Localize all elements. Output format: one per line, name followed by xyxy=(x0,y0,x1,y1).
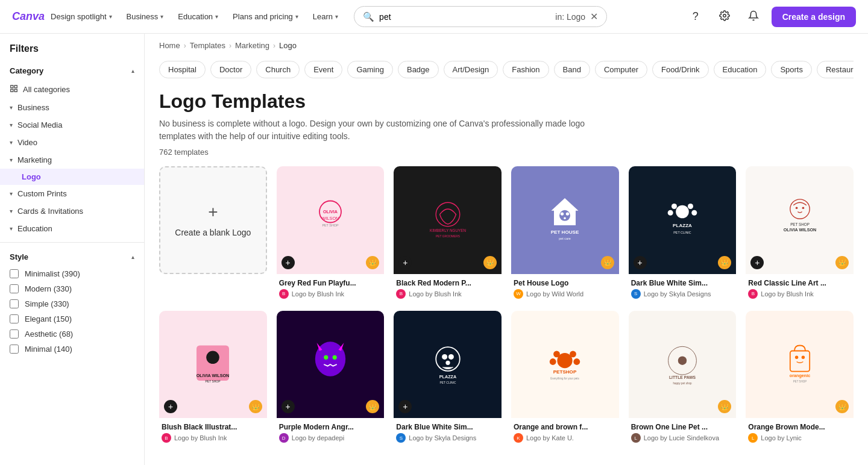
crown-badge: 👑 xyxy=(366,256,379,269)
clear-search-icon[interactable]: ✕ xyxy=(590,11,598,22)
svg-point-13 xyxy=(561,213,564,216)
style-filter-aesthetic[interactable]: Aesthetic (68) xyxy=(0,326,144,342)
template-card-black-red[interactable]: KIMBERLY NGUYEN PET GROOMERS 👑 + Black R… xyxy=(394,166,502,301)
nav-education[interactable]: Education ▾ xyxy=(172,8,224,25)
chevron-down-icon: ▾ xyxy=(160,13,163,20)
svg-point-55 xyxy=(795,356,798,359)
style-filter-minimal[interactable]: Minimal (140) xyxy=(0,342,144,357)
aesthetic-checkbox[interactable] xyxy=(10,329,19,339)
tag-fashion[interactable]: Fashion xyxy=(503,61,549,78)
template-card-blush-black[interactable]: OLIVIA WILSON PET SHOP 👑 + Blush Black I… xyxy=(159,311,267,446)
tag-doctor[interactable]: Doctor xyxy=(210,61,251,78)
create-blank-card[interactable]: + Create a blank Logo xyxy=(159,166,267,301)
notifications-button[interactable] xyxy=(743,6,764,28)
tag-education[interactable]: Education xyxy=(714,61,767,78)
template-preview-svg: PLAZZA PET CLINIC xyxy=(421,334,475,395)
tag-food-drink[interactable]: Food/Drink xyxy=(652,61,709,78)
sidebar-item-video[interactable]: ▾ Video xyxy=(0,134,144,151)
svg-text:OLIVIA: OLIVIA xyxy=(323,210,338,215)
nav-business[interactable]: Business ▾ xyxy=(121,8,170,25)
sidebar-item-all-categories[interactable]: All categories xyxy=(0,80,144,99)
sidebar-item-logo[interactable]: Logo xyxy=(0,169,144,185)
author-name: Logo by Blush Ink xyxy=(174,434,227,442)
crown-badge: 👑 xyxy=(718,256,731,269)
template-card-orange-brown[interactable]: PETSHOP Everything for your pets Orange … xyxy=(511,311,619,446)
style-filter-elegant[interactable]: Elegant (150) xyxy=(0,311,144,326)
svg-text:PET SHOP: PET SHOP xyxy=(206,380,221,383)
template-card-pet-house[interactable]: PET HOUSE pet care 👑 Pet House Logo W Lo… xyxy=(511,166,619,301)
card-info: Pet House Logo W Logo by Wild World xyxy=(511,274,619,301)
svg-point-27 xyxy=(802,207,804,210)
sidebar-item-cards-invitations[interactable]: ▾ Cards & Invitations xyxy=(0,202,144,220)
simple-checkbox[interactable] xyxy=(10,299,19,308)
nav-plans[interactable]: Plans and pricing ▾ xyxy=(227,8,304,25)
sidebar-item-custom-prints[interactable]: ▾ Custom Prints xyxy=(0,185,144,202)
card-image: OLIVIA WILSON PET SHOP 👑 + xyxy=(159,311,267,419)
tag-sports[interactable]: Sports xyxy=(771,61,812,78)
breadcrumb-home[interactable]: Home xyxy=(159,41,180,50)
tag-computer[interactable]: Computer xyxy=(595,61,647,78)
svg-point-26 xyxy=(795,207,797,210)
card-author: L Logo by Lynic xyxy=(748,433,851,443)
canva-logo[interactable]: Canva xyxy=(12,10,45,23)
sidebar-item-social-media[interactable]: ▾ Social Media xyxy=(0,116,144,134)
svg-text:PETSHOP: PETSHOP xyxy=(553,369,577,375)
breadcrumb-marketing[interactable]: Marketing xyxy=(235,41,269,50)
author-avatar: L xyxy=(748,433,758,443)
breadcrumb-templates[interactable]: Templates xyxy=(190,41,225,50)
search-input[interactable] xyxy=(379,12,550,22)
create-blank-image: + Create a blank Logo xyxy=(159,166,267,274)
card-author: L Logo by Lucie Sindelkova xyxy=(631,433,734,443)
create-design-button[interactable]: Create a design xyxy=(772,7,856,27)
template-card-purple-angry[interactable]: 👑 + Purple Modern Angr... D Logo by depa… xyxy=(277,311,385,446)
style-filter-modern[interactable]: Modern (330) xyxy=(0,281,144,296)
style-section-header[interactable]: Style ▴ xyxy=(0,248,144,266)
minimalist-checkbox[interactable] xyxy=(10,269,19,278)
card-title: Orange and brown f... xyxy=(514,423,617,431)
sidebar-item-marketing[interactable]: ▾ Marketing xyxy=(0,151,144,169)
template-card-red-classic[interactable]: PET SHOP OLIVIA WILSON 👑 + Red Classic L… xyxy=(746,166,854,301)
search-bar[interactable]: 🔍 in: Logo ✕ xyxy=(354,6,607,27)
author-avatar: S xyxy=(396,433,406,443)
template-card-brown-one-line[interactable]: LITTLE PAWS happy pet shop 👑 Brown One L… xyxy=(629,311,737,446)
tag-church[interactable]: Church xyxy=(256,61,300,78)
tag-band[interactable]: Band xyxy=(554,61,590,78)
card-image: PET HOUSE pet care 👑 xyxy=(511,166,619,274)
template-card-dark-blue-2[interactable]: PLAZZA PET CLINIC + Dark Blue White Sim.… xyxy=(394,311,502,446)
category-section-header[interactable]: Category ▴ xyxy=(0,61,144,80)
help-button[interactable]: ? xyxy=(685,6,706,28)
sidebar-item-business[interactable]: ▾ Business xyxy=(0,99,144,116)
create-blank-label: Create a blank Logo xyxy=(175,228,251,237)
style-filter-minimalist[interactable]: Minimalist (390) xyxy=(0,266,144,281)
tag-art-design[interactable]: Art/Design xyxy=(444,61,498,78)
chevron-down-icon: ▾ xyxy=(109,13,112,20)
template-card-grey-red[interactable]: OLIVIA WILSON PET SHOP 👑 + Grey Red Fun … xyxy=(277,166,385,301)
modern-checkbox[interactable] xyxy=(10,284,19,293)
svg-text:PET SHOP: PET SHOP xyxy=(793,380,807,383)
tag-hospital[interactable]: Hospital xyxy=(159,61,206,78)
svg-text:PET CLINIC: PET CLINIC xyxy=(673,231,691,234)
svg-rect-4 xyxy=(14,89,17,92)
tag-event[interactable]: Event xyxy=(304,61,342,78)
template-card-orange-brown-mode[interactable]: orangenic PET SHOP 👑 Orange Brown Mode..… xyxy=(746,311,854,446)
minimal-checkbox[interactable] xyxy=(10,345,19,354)
sidebar-item-education[interactable]: ▾ Education xyxy=(0,220,144,237)
tag-restaurant[interactable]: Restaurant xyxy=(817,61,854,78)
chevron-right-icon: ▾ xyxy=(10,190,13,197)
style-filter-simple[interactable]: Simple (330) xyxy=(0,296,144,311)
svg-point-51 xyxy=(678,357,687,365)
tag-gaming[interactable]: Gaming xyxy=(347,61,393,78)
sidebar-item-label: Logo xyxy=(22,172,41,181)
tag-badge[interactable]: Badge xyxy=(398,61,439,78)
author-name: Logo by Kate U. xyxy=(526,434,574,442)
card-image: OLIVIA WILSON PET SHOP 👑 + xyxy=(277,166,385,274)
elegant-checkbox[interactable] xyxy=(10,314,19,323)
card-title: Blush Black Illustrat... xyxy=(162,423,265,431)
template-card-dark-blue[interactable]: PLAZZA PET CLINIC 👑 + Dark Blue White Si… xyxy=(629,166,737,301)
crown-badge: 👑 xyxy=(366,400,379,413)
nav-learn[interactable]: Learn ▾ xyxy=(307,8,344,25)
settings-button[interactable] xyxy=(714,6,735,28)
author-name: Logo by Lucie Sindelkova xyxy=(644,434,719,442)
template-preview-svg: PET HOUSE pet care xyxy=(538,190,592,250)
nav-design-spotlight[interactable]: Design spotlight ▾ xyxy=(45,8,118,25)
